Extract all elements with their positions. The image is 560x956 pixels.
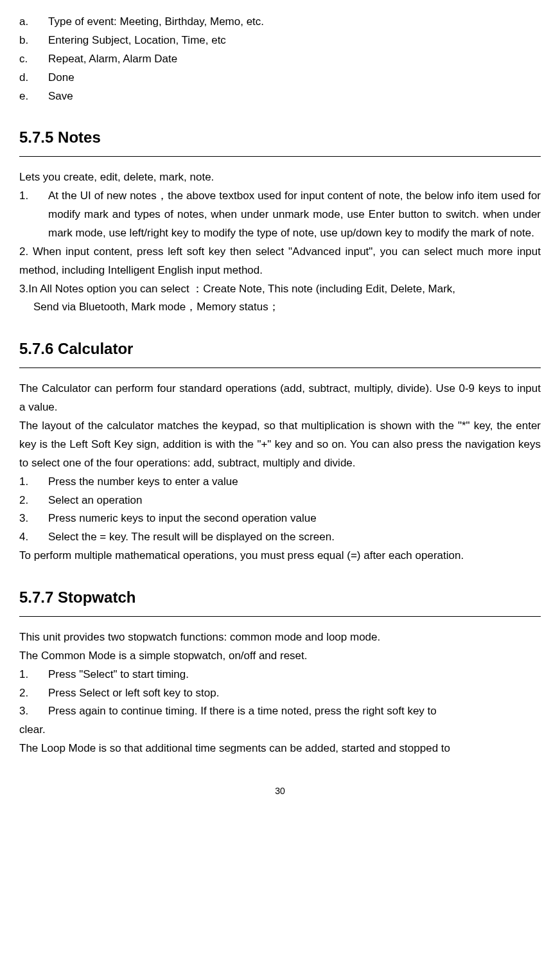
list-text: Select the = key. The result will be dis… <box>48 528 541 547</box>
notes-item-1: 1. At the UI of new notes，the above text… <box>19 187 541 243</box>
stopwatch-item-2: 2. Press Select or left soft key to stop… <box>19 684 541 703</box>
marker: a. <box>19 13 48 31</box>
list-text: Press the number keys to enter a value <box>48 473 541 491</box>
list-item-c: c. Repeat, Alarm, Alarm Date <box>19 50 541 69</box>
marker: 2. <box>19 491 48 510</box>
marker: 1. <box>19 473 48 491</box>
list-text: Entering Subject, Location, Time, etc <box>48 31 226 50</box>
calc-item-2: 2. Select an operation <box>19 491 541 510</box>
list-item-a: a. Type of event: Meeting, Birthday, Mem… <box>19 13 541 31</box>
marker: 2. <box>19 684 48 703</box>
list-text: Press Select or left soft key to stop. <box>48 684 541 703</box>
stopwatch-item-3-cont: clear. <box>19 721 541 739</box>
calc-p3: To perform multiple mathematical operati… <box>19 547 541 565</box>
marker: d. <box>19 69 48 87</box>
calc-item-3: 3. Press numeric keys to input the secon… <box>19 509 541 528</box>
stopwatch-p3: The Loop Mode is so that additional time… <box>19 739 541 758</box>
calc-item-1: 1. Press the number keys to enter a valu… <box>19 473 541 491</box>
notes-item-3b: Send via Bluetooth, Mark mode，Memory sta… <box>19 298 541 317</box>
list-text: Type of event: Meeting, Birthday, Memo, … <box>48 13 264 31</box>
list-text: Save <box>48 87 73 106</box>
stopwatch-item-3: 3. Press again to continue timing. If th… <box>19 702 541 721</box>
calc-p1: The Calculator can perform four standard… <box>19 380 541 417</box>
list-item-e: e. Save <box>19 87 541 106</box>
list-text: Repeat, Alarm, Alarm Date <box>48 50 177 69</box>
list-text: Press "Select" to start timing. <box>48 666 541 684</box>
list-text: Press again to continue timing. If there… <box>48 702 541 721</box>
notes-body: Lets you create, edit, delete, mark, not… <box>19 168 541 317</box>
marker: e. <box>19 87 48 106</box>
list-text: Press numeric keys to input the second o… <box>48 509 541 528</box>
marker: 4. <box>19 528 48 547</box>
marker: 3. <box>19 509 48 528</box>
list-text: At the UI of new notes，the above textbox… <box>48 187 541 243</box>
marker: c. <box>19 50 48 69</box>
stopwatch-p2: The Common Mode is a simple stopwatch, o… <box>19 647 541 666</box>
stopwatch-body: This unit provides two stopwatch functio… <box>19 628 541 758</box>
notes-item-3a: 3.In All Notes option you can select ：Cr… <box>19 280 541 299</box>
notes-intro: Lets you create, edit, delete, mark, not… <box>19 168 541 187</box>
heading-notes: 5.7.5 Notes <box>19 125 541 157</box>
notes-item-2: 2. When input content, press left soft k… <box>19 243 541 280</box>
heading-stopwatch: 5.7.7 Stopwatch <box>19 585 541 617</box>
calculator-body: The Calculator can perform four standard… <box>19 380 541 565</box>
list-text: Select an operation <box>48 491 541 510</box>
list-item-b: b. Entering Subject, Location, Time, etc <box>19 31 541 50</box>
list-item-d: d. Done <box>19 69 541 87</box>
page-number: 30 <box>19 784 541 799</box>
heading-calculator: 5.7.6 Calculator <box>19 336 541 368</box>
stopwatch-item-1: 1. Press "Select" to start timing. <box>19 666 541 684</box>
stopwatch-p1: This unit provides two stopwatch functio… <box>19 628 541 647</box>
calc-p2: The layout of the calculator matches the… <box>19 417 541 473</box>
marker: 1. <box>19 187 48 243</box>
lettered-list: a. Type of event: Meeting, Birthday, Mem… <box>19 13 541 105</box>
calc-item-4: 4. Select the = key. The result will be … <box>19 528 541 547</box>
marker: b. <box>19 31 48 50</box>
marker: 3. <box>19 702 48 721</box>
marker: 1. <box>19 666 48 684</box>
list-text: Done <box>48 69 74 87</box>
